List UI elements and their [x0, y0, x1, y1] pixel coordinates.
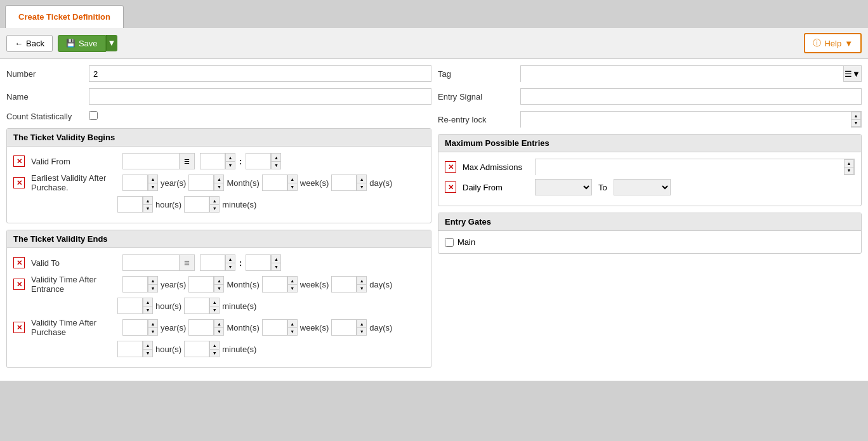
earliest-week-input[interactable]	[262, 174, 287, 191]
valid-to-hour-input[interactable]	[200, 254, 225, 271]
purchase-day-input[interactable]	[331, 319, 357, 336]
purchase-month-up[interactable]: ▲	[214, 319, 224, 327]
valid-from-date-input[interactable]	[122, 153, 180, 169]
entrance-minute-input[interactable]	[184, 298, 209, 314]
purchase-week-down[interactable]: ▼	[287, 327, 298, 336]
back-label: Back	[26, 39, 44, 48]
daily-to-select[interactable]	[614, 179, 671, 195]
purchase-hour-input[interactable]	[117, 341, 143, 357]
purchase-year-input[interactable]	[122, 319, 148, 336]
earliest-validity-clear-button[interactable]: ✕	[13, 177, 25, 188]
week-unit-2: week(s)	[300, 280, 329, 289]
valid-to-minute-down[interactable]: ▼	[271, 263, 281, 271]
tag-list-button[interactable]: ☰▼	[843, 66, 861, 81]
earliest-hour-up[interactable]: ▲	[143, 196, 153, 204]
valid-from-calendar-button[interactable]: ☰	[180, 153, 195, 169]
valid-to-calendar-button[interactable]: ☰	[180, 254, 195, 271]
reentry-up-button[interactable]: ▲	[851, 112, 861, 119]
help-button[interactable]: ⓘ Help ▼	[804, 33, 862, 53]
count-statistically-checkbox[interactable]	[89, 111, 98, 120]
max-admissions-clear-button[interactable]: ✕	[445, 161, 456, 173]
valid-from-hour-up[interactable]: ▲	[225, 153, 235, 161]
entrance-week-input[interactable]	[262, 276, 287, 293]
entrance-month-down[interactable]: ▼	[214, 284, 224, 293]
purchase-hour-down[interactable]: ▼	[143, 349, 153, 357]
purchase-hour-up[interactable]: ▲	[143, 341, 153, 349]
entrance-day-input[interactable]	[331, 276, 357, 293]
entrance-day-up[interactable]: ▲	[357, 276, 367, 284]
purchase-week-up[interactable]: ▲	[287, 319, 298, 327]
purchase-day-up[interactable]: ▲	[357, 319, 367, 327]
purchase-month-input[interactable]	[188, 319, 214, 336]
entrance-year-up[interactable]: ▲	[148, 276, 158, 284]
entrance-month-up[interactable]: ▲	[214, 276, 224, 284]
earliest-day-down[interactable]: ▼	[357, 183, 367, 191]
earliest-week-down[interactable]: ▼	[287, 183, 298, 191]
earliest-minute-input[interactable]	[184, 196, 209, 213]
earliest-year-down[interactable]: ▼	[148, 183, 158, 191]
earliest-hour-input[interactable]	[117, 196, 143, 213]
purchase-week-input[interactable]	[262, 319, 287, 336]
valid-to-date-input[interactable]	[122, 254, 180, 271]
entrance-week-up[interactable]: ▲	[287, 276, 298, 284]
purchase-month-down[interactable]: ▼	[214, 327, 224, 336]
back-button[interactable]: ← Back	[6, 35, 53, 52]
earliest-month-down[interactable]: ▼	[214, 183, 224, 191]
earliest-minute-up[interactable]: ▲	[209, 196, 220, 204]
entry-signal-input[interactable]	[520, 88, 862, 105]
purchase-minute-down[interactable]: ▼	[209, 349, 220, 357]
valid-from-clear-button[interactable]: ✕	[13, 155, 25, 167]
entrance-hour-down[interactable]: ▼	[143, 306, 153, 314]
earliest-hour-down[interactable]: ▼	[143, 204, 153, 213]
valid-from-hour-down[interactable]: ▼	[225, 161, 235, 169]
save-dropdown-button[interactable]: ▼	[106, 35, 117, 51]
name-input[interactable]	[89, 88, 431, 105]
entrance-year-input[interactable]	[122, 276, 148, 293]
validity-entrance-clear-button[interactable]: ✕	[13, 279, 25, 290]
max-admissions-input[interactable]	[536, 159, 844, 176]
entrance-year-down[interactable]: ▼	[148, 284, 158, 293]
max-admissions-up[interactable]: ▲	[844, 159, 854, 167]
earliest-day-input[interactable]	[331, 174, 357, 191]
purchase-year-down[interactable]: ▼	[148, 327, 158, 336]
number-input[interactable]	[89, 65, 431, 82]
reentry-down-button[interactable]: ▼	[851, 119, 861, 127]
valid-to-minute-up[interactable]: ▲	[271, 254, 281, 263]
tag-input[interactable]	[521, 66, 843, 82]
max-admissions-down[interactable]: ▼	[844, 167, 854, 174]
entrance-minute-up[interactable]: ▲	[209, 298, 220, 306]
daily-from-clear-button[interactable]: ✕	[445, 181, 456, 193]
save-button[interactable]: 💾 Save	[58, 35, 106, 52]
valid-to-hour-up[interactable]: ▲	[225, 254, 235, 263]
entrance-month-input[interactable]	[188, 276, 214, 293]
purchase-minute-input[interactable]	[184, 341, 209, 357]
valid-from-minute-up[interactable]: ▲	[271, 153, 281, 161]
validity-purchase-clear-button[interactable]: ✕	[13, 322, 25, 333]
reentry-lock-input[interactable]	[521, 112, 851, 128]
entrance-minute-down[interactable]: ▼	[209, 306, 220, 314]
purchase-year-up[interactable]: ▲	[148, 319, 158, 327]
entrance-week-down[interactable]: ▼	[287, 284, 298, 293]
earliest-year-up[interactable]: ▲	[148, 174, 158, 183]
valid-to-hour-down[interactable]: ▼	[225, 263, 235, 271]
valid-from-minute-down[interactable]: ▼	[271, 161, 281, 169]
earliest-day-up[interactable]: ▲	[357, 174, 367, 183]
valid-from-minute-input[interactable]	[246, 153, 271, 169]
daily-from-select[interactable]	[535, 179, 592, 195]
purchase-day-down[interactable]: ▼	[357, 327, 367, 336]
valid-to-minute-input[interactable]	[246, 254, 271, 271]
entrance-hour-up[interactable]: ▲	[143, 298, 153, 306]
entrance-hour-input[interactable]	[117, 298, 143, 314]
main-gate-checkbox[interactable]	[445, 238, 454, 247]
earliest-week-up[interactable]: ▲	[287, 174, 298, 183]
valid-to-clear-button[interactable]: ✕	[13, 257, 25, 268]
entrance-day-down[interactable]: ▼	[357, 284, 367, 293]
earliest-month-input[interactable]	[188, 174, 214, 191]
earliest-year-input[interactable]	[122, 174, 148, 191]
purchase-minute-up[interactable]: ▲	[209, 341, 220, 349]
valid-from-hour-input[interactable]	[200, 153, 225, 169]
create-ticket-tab[interactable]: Create Ticket Definition	[5, 5, 124, 28]
earliest-month-up[interactable]: ▲	[214, 174, 224, 183]
earliest-minute-down[interactable]: ▼	[209, 204, 220, 213]
tag-label: Tag	[438, 69, 520, 79]
